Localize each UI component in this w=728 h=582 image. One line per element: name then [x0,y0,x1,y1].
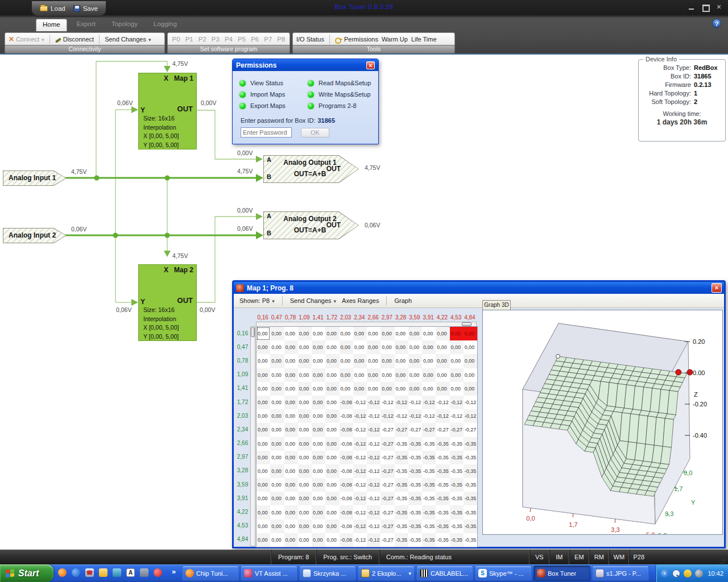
grid-cell[interactable]: -0,08 [340,533,353,547]
grid-cell[interactable]: -0,12 [367,533,380,547]
grid-cell[interactable]: 0,00 [380,340,394,354]
grid-cell[interactable]: 0,00 [325,451,339,464]
grid-col-header[interactable]: 2,34 [353,314,366,321]
grid-cell[interactable]: 0,00 [270,327,284,340]
grid-cell[interactable]: 0,00 [312,437,325,451]
grid-cell[interactable]: -0,12 [353,505,367,519]
grid-cell[interactable]: -0,35 [464,451,477,464]
grid-col-header[interactable]: 4,84 [463,314,477,321]
grid-cell[interactable]: 0,00 [298,340,312,354]
grid-col-header[interactable]: 4,53 [449,314,463,321]
grid-cell[interactable]: 0,00 [270,396,284,409]
grid-cell[interactable]: -0,35 [395,464,408,478]
grid-cell[interactable]: 0,00 [312,382,325,396]
grid-cell[interactable]: 0,00 [450,327,464,340]
grid-cell[interactable]: 0,00 [270,368,284,382]
grid-cell[interactable]: 0,00 [312,505,325,519]
grid-col-header[interactable]: 1,09 [297,314,311,321]
map2-block[interactable]: X Map 2 Y OUT Size: 16x16InterpolationX … [138,264,197,341]
grid-cell[interactable]: 0,00 [270,464,284,478]
grid-cell[interactable]: 0,00 [284,368,298,382]
grid-cell[interactable]: -0,08 [340,396,353,409]
grid-cell[interactable]: 0,00 [257,492,270,505]
grid-cell[interactable]: 0,00 [408,382,422,396]
grid-cell[interactable]: -0,35 [422,519,436,533]
grid-cell[interactable]: 0,00 [408,368,422,382]
grid-col-header[interactable]: 0,16 [256,314,270,321]
analog-output-2-block[interactable]: A B Analog Output 2 OUT=A+B OUT [263,211,359,239]
grid-cell[interactable]: -0,35 [464,505,477,519]
grid-row-header[interactable]: 0,16 [235,326,250,340]
grid-cell[interactable]: 0,00 [257,396,270,409]
grid-cell[interactable]: 0,00 [284,437,298,451]
analog-input-1-block[interactable]: Analog Input 1 [3,171,67,186]
grid-cell[interactable]: -0,35 [422,533,436,547]
program-button-p4[interactable]: P4 [224,36,233,43]
grid-cell[interactable]: -0,35 [464,519,477,533]
grid-cell[interactable]: 0,00 [312,354,325,368]
grid-cell[interactable]: -0,12 [367,519,380,533]
grid-cell[interactable]: 0,00 [395,340,408,354]
grid-cell[interactable]: 0,00 [380,354,394,368]
quick-launch-overflow[interactable]: » [172,567,176,576]
grid-cell[interactable]: -0,35 [464,478,477,492]
grid-row-header[interactable]: 4,84 [235,533,250,546]
grid-cell[interactable]: 0,00 [284,519,298,533]
tab-topology[interactable]: Topology [105,19,144,31]
grid-cell[interactable]: -0,12 [367,396,380,409]
graph3d-panel[interactable]: 0.200.00-0.20-0.40Z0,01,73,35,00,01,73,3… [482,310,723,535]
grid-cell[interactable]: -0,12 [353,423,367,436]
grid-cell[interactable]: 0,00 [353,327,367,340]
grid-cell[interactable]: 0,00 [436,354,449,368]
grid-row-header[interactable]: 3,91 [235,491,250,505]
map1-block[interactable]: X Map 1 Y OUT Size: 16x16InterpolationX … [138,73,197,149]
grid-row-header[interactable]: 2,34 [235,422,250,436]
grid-row-header[interactable]: 1,72 [235,395,250,409]
grid-cell[interactable]: 0,00 [436,382,449,396]
life-time-button[interactable]: Life Time [411,36,437,43]
send-changes-button[interactable]: Send Changes [290,297,336,304]
grid-cell[interactable]: 0,00 [325,464,339,478]
grid-cell[interactable]: -0,27 [380,464,394,478]
grid-cell[interactable]: 0,00 [312,409,325,423]
program-button-p6[interactable]: P6 [250,36,260,43]
grid-cell[interactable]: 0,00 [298,464,312,478]
program-button-p5[interactable]: P5 [237,36,247,43]
grid-cell[interactable]: -0,12 [367,451,380,464]
grid-cell[interactable]: -0,08 [340,451,353,464]
grid-cell[interactable]: -0,35 [408,505,422,519]
grid-cell[interactable]: 0,00 [284,340,298,354]
magnifier-icon[interactable] [672,569,680,577]
grid-cell[interactable]: -0,12 [353,437,367,451]
grid-cell[interactable]: 0,00 [367,327,380,340]
grid-row-header[interactable]: 0,47 [235,340,250,354]
grid-cell[interactable]: -0,35 [422,451,436,464]
grid-cell[interactable]: -0,27 [380,533,394,547]
grid-cell[interactable]: 0,00 [284,451,298,464]
grid-cell[interactable]: 0,00 [284,354,298,368]
grid-cell[interactable]: 0,00 [257,533,270,547]
grid-cell[interactable]: 0,00 [257,464,270,478]
grid-cell[interactable]: 0,00 [270,437,284,451]
grid-cell[interactable]: -0,12 [353,533,367,547]
grid-cell[interactable]: 0,00 [312,533,325,547]
grid-cell[interactable]: -0,35 [450,505,464,519]
grid-cell[interactable]: -0,08 [340,464,353,478]
grid-cell[interactable]: 0,00 [270,382,284,396]
grid-cell[interactable]: -0,35 [450,533,464,547]
grid-cell[interactable]: -0,27 [464,423,477,436]
grid-cell[interactable]: 0,00 [325,327,339,340]
grid-cell[interactable]: 0,00 [284,478,298,492]
grid-cell[interactable]: -0,12 [353,478,367,492]
grid-cell[interactable]: 0,00 [257,368,270,382]
volume-icon[interactable] [695,569,703,577]
maximize-button[interactable] [702,4,709,10]
grid-cell[interactable]: -0,12 [367,409,380,423]
grid-cell[interactable]: -0,12 [450,396,464,409]
grid-cell[interactable]: -0,08 [340,519,353,533]
grid-cell[interactable]: 0,00 [325,533,339,547]
grid-cell[interactable]: -0,35 [395,478,408,492]
grid-cell[interactable]: 0,00 [325,368,339,382]
media-player-icon[interactable] [72,568,80,577]
grid-cell[interactable]: 0,00 [284,423,298,436]
